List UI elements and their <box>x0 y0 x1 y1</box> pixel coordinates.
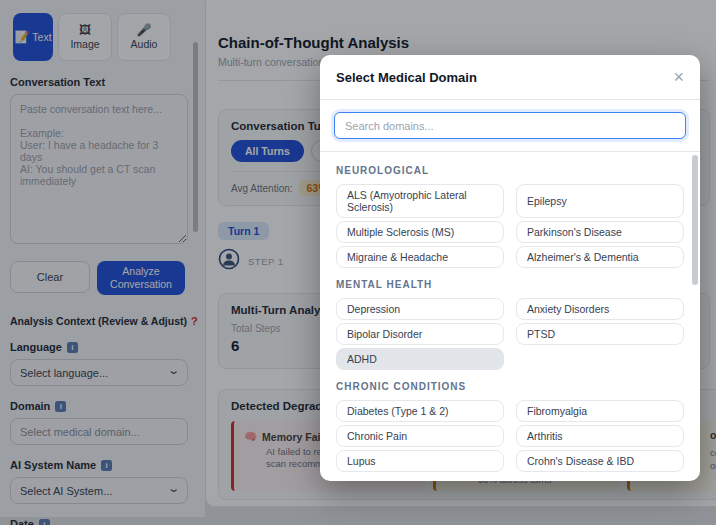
domain-option[interactable]: Bipolar Disorder <box>336 323 504 345</box>
search-input[interactable] <box>334 112 686 139</box>
domain-option[interactable]: Crohn's Disease & IBD <box>516 450 684 472</box>
domain-category-header: CHRONIC CONDITIONS <box>336 381 684 392</box>
domain-option[interactable]: Alzheimer's & Dementia <box>516 246 684 268</box>
domain-category-header: MENTAL HEALTH <box>336 279 684 290</box>
domain-option[interactable]: Diabetes (Type 1 & 2) <box>336 400 504 422</box>
domain-grid: Diabetes (Type 1 & 2)FibromyalgiaChronic… <box>336 400 684 472</box>
domain-option[interactable]: Depression <box>336 298 504 320</box>
domain-option[interactable]: ADHD <box>336 348 504 370</box>
domain-grid: ALS (Amyotrophic Lateral Sclerosis)Epile… <box>336 184 684 268</box>
domain-category: NEUROLOGICAL ALS (Amyotrophic Lateral Sc… <box>336 165 684 268</box>
domain-option[interactable]: ALS (Amyotrophic Lateral Sclerosis) <box>336 184 504 218</box>
domain-option[interactable]: Lupus <box>336 450 504 472</box>
domain-category-list: NEUROLOGICAL ALS (Amyotrophic Lateral Sc… <box>320 152 700 480</box>
domain-category-header: NEUROLOGICAL <box>336 165 684 176</box>
domain-category: CHRONIC CONDITIONS Diabetes (Type 1 & 2)… <box>336 381 684 472</box>
close-icon[interactable]: × <box>673 68 684 86</box>
domain-option[interactable]: Epilepsy <box>516 184 684 218</box>
domain-option[interactable]: Migraine & Headache <box>336 246 504 268</box>
domain-option[interactable]: PTSD <box>516 323 684 345</box>
domain-option[interactable]: Multiple Sclerosis (MS) <box>336 221 504 243</box>
domain-grid: DepressionAnxiety DisordersBipolar Disor… <box>336 298 684 370</box>
domain-option[interactable]: Fibromyalgia <box>516 400 684 422</box>
domain-option[interactable]: Parkinson's Disease <box>516 221 684 243</box>
select-medical-domain-modal: Select Medical Domain × NEUROLOGICAL ALS… <box>320 55 700 481</box>
modal-scrollbar[interactable] <box>692 155 698 285</box>
domain-option[interactable]: Anxiety Disorders <box>516 298 684 320</box>
modal-title: Select Medical Domain <box>336 70 477 85</box>
domain-option[interactable]: Arthritis <box>516 425 684 447</box>
domain-option[interactable]: Chronic Pain <box>336 425 504 447</box>
domain-category: MENTAL HEALTH DepressionAnxiety Disorder… <box>336 279 684 370</box>
